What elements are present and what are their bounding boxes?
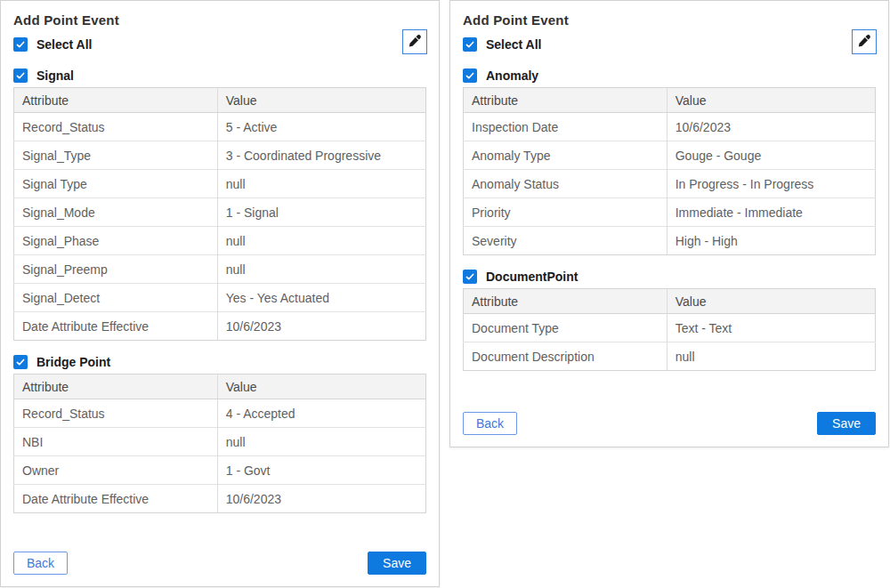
attribute-cell: Signal_Preemp [14,255,218,284]
section-signal: Signal Attribute Value Record_Status5 - … [13,68,426,341]
table-row: PriorityImmediate - Immediate [464,198,876,227]
checkbox-checked-icon[interactable] [13,68,28,83]
signal-checkbox-row[interactable]: Signal [13,68,426,83]
back-button[interactable]: Back [13,552,68,575]
table-row: Signal_Preempnull [14,255,426,284]
select-all-checkbox-row[interactable]: Select All [13,37,426,52]
select-all-label: Select All [486,37,542,52]
section-document-point: DocumentPoint Attribute Value Document T… [463,270,876,371]
value-cell: 10/6/2023 [217,312,425,341]
table-row: NBInull [14,428,426,456]
table-row: Owner1 - Govt [14,456,426,485]
attribute-cell: NBI [14,428,218,456]
anomaly-attribute-table: Attribute Value Inspection Date10/6/2023… [463,87,876,255]
page-title: Add Point Event [463,12,876,28]
document-point-checkbox-row[interactable]: DocumentPoint [463,270,876,284]
column-header-value: Value [217,375,425,399]
value-cell: null [667,342,875,371]
page-title: Add Point Event [13,12,426,28]
table-row: Document Descriptionnull [464,342,876,371]
checkbox-checked-icon[interactable] [13,355,28,369]
table-row: Date Attribute Effective10/6/2023 [14,485,426,513]
value-cell: 4 - Accepted [217,399,425,428]
value-cell: 3 - Coordinated Progressive [217,141,425,170]
value-cell: null [217,255,425,284]
select-all-checkbox-row[interactable]: Select All [463,37,876,52]
table-row: Date Attribute Effective10/6/2023 [14,312,426,341]
table-row: Signal_Phasenull [14,227,426,255]
anomaly-checkbox-row[interactable]: Anomaly [463,68,876,83]
attribute-cell: Record_Status [14,399,218,428]
eyedropper-icon [408,34,422,51]
attribute-cell: Anomaly Status [464,170,668,198]
save-button[interactable]: Save [368,552,426,575]
attribute-cell: Priority [464,198,668,227]
table-row: Anomaly StatusIn Progress - In Progress [464,170,876,198]
select-all-label: Select All [36,37,93,52]
attribute-cell: Date Attribute Effective [14,312,218,341]
table-header-row: Attribute Value [464,88,876,113]
checkbox-checked-icon[interactable] [463,270,477,284]
value-cell: null [217,227,425,255]
table-row: Signal Typenull [14,170,426,198]
save-button[interactable]: Save [817,412,876,435]
signal-label: Signal [36,68,74,83]
eyedropper-button[interactable] [402,29,427,54]
eyedropper-icon [857,34,871,51]
table-row: Signal_DetectYes - Yes Actuated [14,284,426,312]
value-cell: null [217,428,425,456]
value-cell: Immediate - Immediate [667,198,875,227]
value-cell: 10/6/2023 [667,113,875,141]
back-button[interactable]: Back [463,412,517,435]
attribute-cell: Document Type [464,314,668,342]
table-header-row: Attribute Value [14,375,426,399]
bridge-point-attribute-table: Attribute Value Record_Status4 - Accepte… [13,374,426,513]
value-cell: Text - Text [667,314,875,342]
attribute-cell: Document Description [464,342,668,371]
attribute-cell: Signal_Type [14,141,218,170]
table-row: Signal_Type3 - Coordinated Progressive [14,141,426,170]
add-point-event-panel-left: Add Point Event Select All Signal Attrib… [0,0,440,587]
attribute-cell: Record_Status [14,113,218,141]
table-header-row: Attribute Value [14,88,426,113]
attribute-cell: Signal_Mode [14,198,218,227]
attribute-cell: Severity [464,227,668,255]
value-cell: null [217,170,425,198]
column-header-attribute: Attribute [464,88,668,113]
table-row: Signal_Mode1 - Signal [14,198,426,227]
table-row: Record_Status4 - Accepted [14,399,426,428]
checkbox-checked-icon[interactable] [13,37,28,52]
value-cell: 5 - Active [217,113,425,141]
table-row: SeverityHigh - High [464,227,876,255]
value-cell: 10/6/2023 [217,485,425,513]
value-cell: 1 - Govt [217,456,425,485]
value-cell: 1 - Signal [217,198,425,227]
table-row: Anomaly TypeGouge - Gouge [464,141,876,170]
value-cell: Gouge - Gouge [667,141,875,170]
column-header-value: Value [217,88,425,113]
column-header-attribute: Attribute [14,88,218,113]
value-cell: High - High [667,227,875,255]
checkbox-checked-icon[interactable] [463,68,477,83]
document-point-label: DocumentPoint [486,270,578,284]
table-row: Record_Status5 - Active [14,113,426,141]
attribute-cell: Inspection Date [464,113,668,141]
attribute-cell: Signal Type [14,170,218,198]
table-header-row: Attribute Value [464,289,876,314]
column-header-value: Value [667,289,875,314]
attribute-cell: Owner [14,456,218,485]
value-cell: In Progress - In Progress [667,170,875,198]
column-header-attribute: Attribute [14,375,218,399]
table-row: Document TypeText - Text [464,314,876,342]
column-header-attribute: Attribute [464,289,668,314]
attribute-cell: Signal_Detect [14,284,218,312]
attribute-cell: Signal_Phase [14,227,218,255]
attribute-cell: Anomaly Type [464,141,668,170]
checkbox-checked-icon[interactable] [463,37,477,52]
document-point-attribute-table: Attribute Value Document TypeText - Text… [463,288,876,371]
bridge-point-checkbox-row[interactable]: Bridge Point [13,355,426,369]
section-anomaly: Anomaly Attribute Value Inspection Date1… [463,68,876,255]
add-point-event-panel-right: Add Point Event Select All Anomaly Attri… [449,0,889,447]
section-bridge-point: Bridge Point Attribute Value Record_Stat… [13,355,426,513]
eyedropper-button[interactable] [852,29,877,54]
